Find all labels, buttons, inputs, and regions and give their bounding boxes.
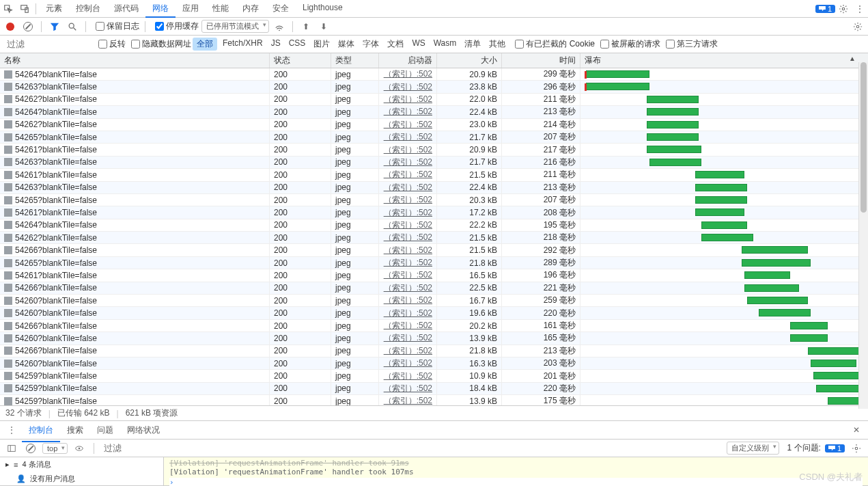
inspect-icon[interactable] [0, 1, 16, 17]
scrollbar[interactable] [858, 62, 868, 409]
more-menu-icon[interactable]: ⋮ [852, 1, 868, 17]
col-status[interactable]: 状态 [270, 53, 331, 68]
drawer-tab-3[interactable]: 网络状况 [120, 422, 167, 439]
table-row[interactable]: 54264?blankTile=false200jpeg（索引）:50222.4… [0, 106, 868, 118]
table-row[interactable]: 54261?blankTile=false200jpeg（索引）:50217.2… [0, 206, 868, 219]
cell-initiator[interactable]: （索引）:502 [379, 81, 437, 92]
drawer-tab-0[interactable]: 控制台 [22, 422, 60, 439]
col-size[interactable]: 大小 [437, 53, 502, 68]
table-row[interactable]: 54264?blankTile=false200jpeg（索引）:50222.2… [0, 219, 868, 232]
filter-type[interactable]: Wasm [430, 37, 461, 51]
cell-initiator[interactable]: （索引）:502 [379, 320, 437, 332]
main-tab-8[interactable]: Lighthouse [296, 0, 350, 17]
col-waterfall[interactable]: 瀑布▲ [580, 53, 868, 68]
main-tab-2[interactable]: 源代码 [107, 0, 145, 17]
table-row[interactable]: 54261?blankTile=false200jpeg（索引）:50221.5… [0, 169, 868, 181]
table-row[interactable]: 54262?blankTile=false200jpeg（索引）:50221.5… [0, 232, 868, 244]
main-tab-4[interactable]: 应用 [176, 0, 206, 17]
table-row[interactable]: 54261?blankTile=false200jpeg（索引）:50220.9… [0, 144, 868, 156]
table-row[interactable]: 54263?blankTile=false200jpeg（索引）:50222.4… [0, 182, 868, 194]
table-row[interactable]: 54259?blankTile=false200jpeg（索引）:50218.4… [0, 383, 868, 395]
log-levels-select[interactable]: 自定义级别 [727, 442, 779, 455]
network-settings-icon[interactable] [850, 19, 865, 34]
table-row[interactable]: 54266?blankTile=false200jpeg（索引）:50221.5… [0, 244, 868, 256]
console-clear-icon[interactable] [23, 441, 38, 456]
table-row[interactable]: 54263?blankTile=false200jpeg（索引）:50221.7… [0, 157, 868, 169]
cell-initiator[interactable]: （索引）:502 [379, 345, 437, 357]
table-row[interactable]: 54259?blankTile=false200jpeg（索引）:50213.9… [0, 395, 868, 405]
table-row[interactable]: 54265?blankTile=false200jpeg（索引）:50221.7… [0, 131, 868, 144]
issues-badge[interactable]: 1 [815, 5, 835, 13]
main-tab-1[interactable]: 控制台 [69, 0, 107, 17]
table-row[interactable]: 54263?blankTile=false200jpeg（索引）:50223.8… [0, 81, 868, 93]
table-row[interactable]: 54266?blankTile=false200jpeg（索引）:50220.2… [0, 320, 868, 332]
table-row[interactable]: 54260?blankTile=false200jpeg（索引）:50219.6… [0, 307, 868, 319]
cell-initiator[interactable]: （索引）:502 [379, 219, 437, 231]
table-row[interactable]: 54265?blankTile=false200jpeg（索引）:50221.8… [0, 257, 868, 269]
console-issues-badge[interactable]: 1 [825, 444, 845, 453]
cell-initiator[interactable]: （索引）:502 [379, 169, 437, 180]
cell-initiator[interactable]: （索引）:502 [379, 370, 437, 381]
table-row[interactable]: 54260?blankTile=false200jpeg（索引）:50216.7… [0, 295, 868, 307]
blocked-requests-checkbox[interactable]: 被屏蔽的请求 [596, 38, 660, 50]
cell-initiator[interactable]: （索引）:502 [379, 332, 437, 344]
main-tab-3[interactable]: 网络 [145, 0, 176, 17]
third-party-checkbox[interactable]: 第三方请求 [662, 38, 718, 50]
main-tab-6[interactable]: 内存 [236, 0, 266, 17]
table-row[interactable]: 54261?blankTile=false200jpeg（索引）:50216.5… [0, 269, 868, 282]
table-row[interactable]: 54260?blankTile=false200jpeg（索引）:50213.9… [0, 332, 868, 345]
device-toggle-icon[interactable] [16, 1, 33, 17]
drawer-tab-2[interactable]: 问题 [90, 422, 120, 439]
cell-initiator[interactable]: （索引）:502 [379, 119, 437, 131]
console-prompt[interactable]: › [169, 478, 863, 486]
filter-toggle-icon[interactable] [47, 19, 62, 34]
drawer-menu-icon[interactable]: ⋮ [4, 422, 19, 437]
user-messages-group[interactable]: 👤没有用户消息 [0, 472, 163, 486]
cell-initiator[interactable]: （索引）:502 [379, 357, 437, 369]
col-initiator[interactable]: 启动器 [379, 53, 437, 68]
drawer-tab-1[interactable]: 搜索 [60, 422, 90, 439]
settings-gear-icon[interactable] [835, 1, 852, 17]
table-row[interactable]: 54266?blankTile=false200jpeg（索引）:50222.5… [0, 282, 868, 295]
preserve-log-checkbox[interactable]: 保留日志 [92, 21, 139, 32]
col-time[interactable]: 时间 [502, 53, 580, 68]
table-row[interactable]: 54262?blankTile=false200jpeg（索引）:50223.0… [0, 119, 868, 131]
table-row[interactable]: 54264?blankTile=false200jpeg（索引）:50220.9… [0, 68, 868, 81]
cell-initiator[interactable]: （索引）:502 [379, 144, 437, 155]
hide-data-urls-checkbox[interactable]: 隐藏数据网址 [127, 38, 191, 50]
table-row[interactable]: 54265?blankTile=false200jpeg（索引）:50220.3… [0, 194, 868, 206]
table-row[interactable]: 54262?blankTile=false200jpeg（索引）:50222.0… [0, 94, 868, 106]
network-conditions-icon[interactable] [272, 19, 287, 34]
filter-type[interactable]: 图片 [309, 37, 334, 51]
table-row[interactable]: 54259?blankTile=false200jpeg（索引）:50210.9… [0, 370, 868, 382]
filter-type-all[interactable]: 全部 [193, 38, 217, 51]
cell-initiator[interactable]: （索引）:502 [379, 295, 437, 306]
col-type[interactable]: 类型 [331, 53, 379, 68]
import-har-icon[interactable]: ⬆ [298, 19, 313, 34]
cell-initiator[interactable]: （索引）:502 [379, 194, 437, 206]
record-button[interactable] [3, 19, 18, 34]
filter-type[interactable]: JS [267, 37, 285, 51]
cell-initiator[interactable]: （索引）:502 [379, 68, 437, 80]
cell-initiator[interactable]: （索引）:502 [379, 106, 437, 118]
console-filter-input[interactable] [101, 442, 190, 455]
clear-button[interactable] [20, 19, 36, 34]
cell-initiator[interactable]: （索引）:502 [379, 94, 437, 105]
filter-type[interactable]: 其他 [485, 37, 509, 51]
messages-group[interactable]: ▸≡4 条消息 [0, 457, 163, 472]
network-table-body[interactable]: 54264?blankTile=false200jpeg（索引）:50220.9… [0, 68, 868, 405]
table-row[interactable]: 54260?blankTile=false200jpeg（索引）:50216.3… [0, 357, 868, 370]
filter-type[interactable]: 清单 [460, 37, 485, 51]
cell-initiator[interactable]: （索引）:502 [379, 282, 437, 294]
throttling-select[interactable]: 已停用节流模式 [201, 20, 269, 33]
main-tab-5[interactable]: 性能 [206, 0, 236, 17]
export-har-icon[interactable]: ⬇ [316, 19, 331, 34]
cell-initiator[interactable]: （索引）:502 [379, 182, 437, 193]
cell-initiator[interactable]: （索引）:502 [379, 307, 437, 319]
main-tab-7[interactable]: 安全 [266, 0, 296, 17]
cell-initiator[interactable]: （索引）:502 [379, 269, 437, 281]
search-icon[interactable] [65, 19, 80, 34]
console-messages[interactable]: [Violation] 'requestAnimationFrame' hand… [164, 457, 868, 485]
cell-initiator[interactable]: （索引）:502 [379, 244, 437, 256]
console-settings-icon[interactable] [849, 441, 864, 456]
